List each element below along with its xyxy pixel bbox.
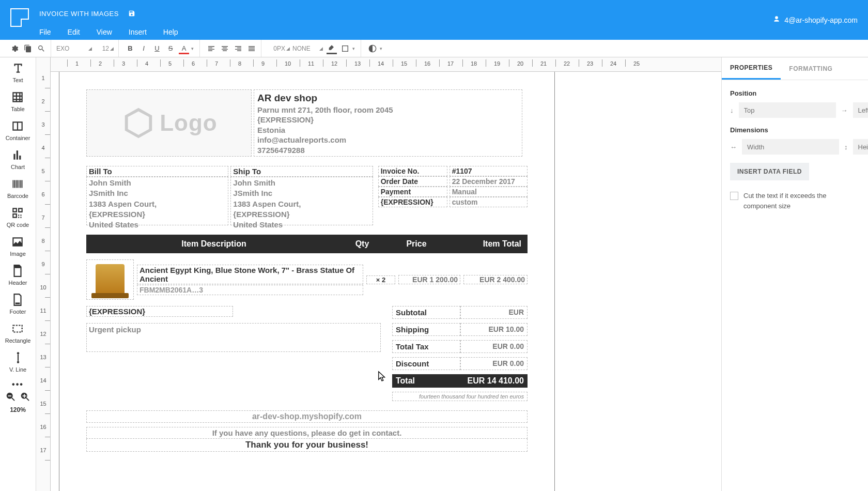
- preview-icon[interactable]: [35, 42, 48, 55]
- invoice-no-value[interactable]: #1107: [450, 166, 528, 176]
- document-title: INVOICE WITH IMAGES: [39, 10, 119, 18]
- logo-text: Logo: [160, 110, 218, 136]
- caret-icon: ▾: [352, 46, 358, 51]
- tool-text[interactable]: Text: [11, 62, 25, 83]
- canvas-scroll[interactable]: Logo AR dev shop Parnu mnt 271, 20th flo…: [51, 72, 721, 491]
- subtotal-row[interactable]: SubtotalEUR: [392, 306, 528, 319]
- footer-site[interactable]: ar-dev-shop.myshopify.com: [86, 410, 528, 423]
- company-info[interactable]: AR dev shop Parnu mnt 271, 20th floor, r…: [254, 89, 522, 157]
- caret-icon: ◢: [88, 46, 94, 51]
- caret-icon: ◢: [286, 46, 291, 51]
- tool-rectangle[interactable]: Rectangle: [5, 322, 31, 344]
- left-input[interactable]: [853, 102, 869, 118]
- menu-help[interactable]: Help: [163, 28, 178, 36]
- document-page[interactable]: Logo AR dev shop Parnu mnt 271, 20th flo…: [59, 72, 555, 491]
- vertical-ruler: 1234567891011121314151617: [36, 57, 51, 491]
- settings-icon[interactable]: [8, 42, 21, 55]
- shipping-row[interactable]: ShippingEUR 10.00: [392, 323, 528, 336]
- height-icon: ↕: [844, 143, 848, 151]
- bill-to-address[interactable]: John Smith JSmith Inc 1383 Aspen Court, …: [86, 177, 228, 225]
- font-family-input[interactable]: [56, 45, 87, 52]
- svg-point-3: [17, 361, 19, 363]
- opacity-button[interactable]: [366, 42, 379, 55]
- order-date-label[interactable]: Order Date: [378, 176, 447, 187]
- app-header: INVOICE WITH IMAGES File Edit View Inser…: [0, 0, 868, 40]
- item-total[interactable]: EUR 2 400.00: [463, 275, 528, 284]
- order-date-value[interactable]: 22 December 2017: [450, 176, 528, 187]
- height-input[interactable]: [853, 139, 869, 155]
- total-in-words[interactable]: fourteen thousand four hundred ten euros: [392, 392, 528, 401]
- caret-icon: ▾: [380, 46, 385, 51]
- tool-table[interactable]: Table: [11, 90, 24, 112]
- notes-label[interactable]: {EXPRESSION}: [86, 306, 233, 317]
- item-sku[interactable]: FBM2MB2061A…3: [137, 285, 363, 295]
- items-table-header[interactable]: Item Description Qty Price Item Total: [86, 235, 528, 253]
- menu-file[interactable]: File: [39, 28, 51, 36]
- align-right-button[interactable]: [232, 42, 244, 55]
- fill-color-button[interactable]: [326, 42, 338, 55]
- svg-rect-1: [13, 326, 22, 332]
- caret-icon: ◢: [110, 46, 115, 51]
- ship-to-label[interactable]: Ship To: [230, 166, 373, 177]
- item-image[interactable]: [86, 259, 134, 300]
- cut-text-checkbox[interactable]: [730, 192, 738, 200]
- payment-value[interactable]: Manual: [450, 187, 528, 197]
- tab-formatting[interactable]: FORMATTING: [781, 57, 841, 80]
- border-width-input[interactable]: [267, 45, 285, 52]
- grand-total-row[interactable]: TotalEUR 14 410.00: [392, 374, 528, 388]
- tab-properties[interactable]: PROPERTIES: [722, 57, 781, 80]
- item-price[interactable]: EUR 1 200.00: [398, 275, 460, 284]
- payment-label[interactable]: Payment: [378, 187, 447, 197]
- bold-button[interactable]: B: [124, 42, 136, 55]
- footer-thanks[interactable]: Thank you for your business!: [86, 439, 528, 452]
- border-style-input[interactable]: [292, 45, 318, 52]
- logo-placeholder[interactable]: Logo: [86, 89, 252, 157]
- zoom-out-button[interactable]: [5, 391, 17, 404]
- align-left-button[interactable]: [205, 42, 218, 55]
- insert-data-field-button[interactable]: INSERT DATA FIELD: [730, 163, 809, 180]
- menu-insert[interactable]: Insert: [129, 28, 147, 36]
- tool-palette: Text Table Container Chart Barcode QR co…: [0, 57, 36, 491]
- font-size-input[interactable]: [95, 45, 109, 52]
- underline-button[interactable]: U: [151, 42, 163, 55]
- save-icon[interactable]: [128, 10, 135, 17]
- ship-to-address[interactable]: John Smith JSmith Inc 1383 Aspen Court, …: [230, 177, 373, 225]
- tool-vline[interactable]: V. Line: [9, 351, 26, 373]
- align-center-button[interactable]: [219, 42, 231, 55]
- arrow-down-icon: ↓: [730, 106, 734, 114]
- item-row[interactable]: Ancient Egypt King, Blue Stone Work, 7" …: [86, 259, 528, 300]
- bill-to-label[interactable]: Bill To: [86, 166, 228, 177]
- italic-button[interactable]: I: [137, 42, 150, 55]
- tool-qrcode[interactable]: QR code: [7, 206, 29, 228]
- tool-header[interactable]: Header: [8, 264, 27, 286]
- position-heading: Position: [730, 89, 860, 97]
- footer-question[interactable]: If you have any questions, please do get…: [86, 427, 528, 439]
- copy-icon[interactable]: [22, 42, 34, 55]
- menu-view[interactable]: View: [97, 28, 112, 36]
- properties-panel: PROPERTIES FORMATTING Position ↓ → Dimen…: [721, 57, 868, 491]
- zoom-in-button[interactable]: [20, 391, 31, 404]
- tax-row[interactable]: Total TaxEUR 0.00: [392, 340, 528, 353]
- width-input[interactable]: [742, 139, 839, 155]
- item-qty[interactable]: × 2: [366, 275, 395, 284]
- tool-barcode[interactable]: Barcode: [7, 177, 28, 199]
- align-justify-button[interactable]: [245, 42, 258, 55]
- font-color-button[interactable]: A: [178, 42, 190, 55]
- border-button[interactable]: [339, 42, 351, 55]
- strike-button[interactable]: S: [164, 42, 177, 55]
- top-input[interactable]: [739, 102, 836, 118]
- menu-edit[interactable]: Edit: [68, 28, 80, 36]
- item-name[interactable]: Ancient Egypt King, Blue Stone Work, 7" …: [137, 265, 363, 284]
- invoice-no-label[interactable]: Invoice No.: [378, 166, 447, 176]
- expr-value[interactable]: custom: [450, 197, 528, 207]
- tool-image[interactable]: Image: [10, 235, 26, 257]
- expr-label[interactable]: {EXPRESSION}: [378, 197, 447, 207]
- notes-box[interactable]: Urgent pickup: [86, 323, 381, 352]
- tool-chart[interactable]: Chart: [11, 148, 25, 170]
- discount-row[interactable]: DiscountEUR 0.00: [392, 357, 528, 370]
- tool-footer[interactable]: Footer: [10, 293, 26, 315]
- user-email[interactable]: 4@ar-shopify-app.com: [784, 16, 858, 24]
- tool-container[interactable]: Container: [6, 119, 30, 141]
- more-tools-icon[interactable]: •••: [12, 380, 24, 389]
- format-toolbar: ◢ ◢ B I U S A ▾ ◢ ◢ ▾ ▾: [0, 40, 868, 57]
